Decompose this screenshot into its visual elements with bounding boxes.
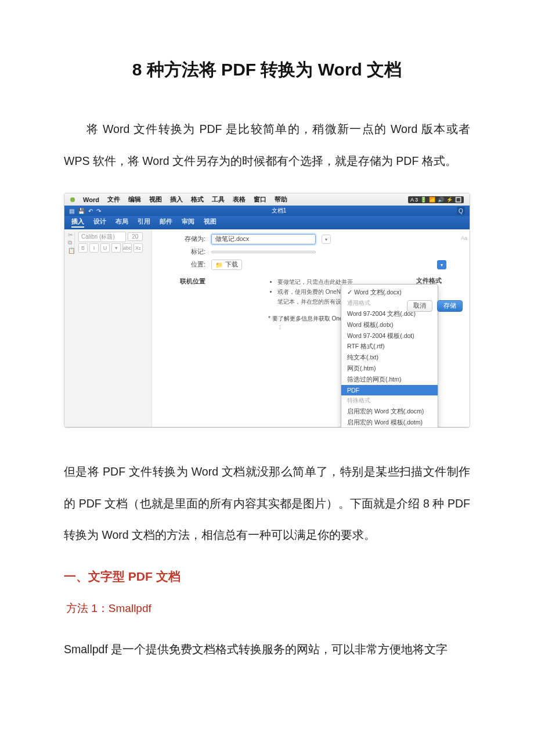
dd-dot[interactable]: Word 97-2004 模板(.dot) <box>341 330 438 341</box>
label-tags: 标记: <box>175 248 205 256</box>
save-icon[interactable]: 💾 <box>78 208 85 214</box>
page-title: 8 种方法将 PDF 转换为 Word 文档 <box>64 58 470 82</box>
mac-menu-bar: Word 文件 编辑 视图 插入 格式 工具 表格 窗口 帮助 A 3 🔋 📶 … <box>64 193 470 206</box>
save-as-input[interactable]: 做笔记.docx <box>211 234 316 244</box>
dd-htm-filtered[interactable]: 筛选过的网页(.htm) <box>341 374 438 385</box>
paragraph-1: 将 Word 文件转换为 PDF 是比较简单的，稍微新一点的 Word 版本或者… <box>64 113 470 177</box>
volume-icon: 🔊 <box>438 197 444 203</box>
tags-input[interactable] <box>211 251 316 253</box>
save-button[interactable]: 存储 <box>437 300 463 312</box>
location-select-icon[interactable]: ▾ <box>437 260 446 269</box>
ribbon-tabs: 插入 设计 布局 引用 邮件 审阅 视图 <box>64 216 470 229</box>
menu-tools[interactable]: 工具 <box>212 195 225 204</box>
online-location-heading[interactable]: 联机位置 <box>175 277 268 332</box>
dd-dotx[interactable]: Word 模板(.dotx) <box>341 319 438 330</box>
wifi-icon: 📶 <box>429 197 435 203</box>
tab-review[interactable]: 审阅 <box>182 218 194 228</box>
font-name[interactable]: Calibri (标题) <box>78 232 126 242</box>
menu-view[interactable]: 视图 <box>149 195 162 204</box>
menu-window[interactable]: 窗口 <box>254 195 266 204</box>
location-folder[interactable]: 📁 下载 <box>211 260 242 270</box>
menu-edit[interactable]: 编辑 <box>128 195 141 204</box>
menu-app-name: Word <box>83 196 99 203</box>
tray-badge: A 3 <box>410 197 418 203</box>
dd-dotm[interactable]: 启用宏的 Word 模板(.dotm) <box>341 417 438 428</box>
italic-button[interactable]: I <box>89 243 99 253</box>
menu-help[interactable]: 帮助 <box>275 195 287 204</box>
subscript-button[interactable]: X₂ <box>134 243 143 253</box>
tab-references[interactable]: 引用 <box>138 218 150 228</box>
font-size[interactable]: 20 <box>128 232 143 241</box>
word-title-bar: ▤ 💾 ↶ ↷ 文档1 Q <box>64 206 470 216</box>
folder-icon: 📁 <box>215 261 223 269</box>
dd-cat-special: 特殊格式 <box>341 395 438 406</box>
power-icon: ⚡ <box>446 197 453 203</box>
label-location: 位置: <box>175 261 205 269</box>
tab-mailings[interactable]: 邮件 <box>160 218 172 228</box>
cut-icon[interactable]: ✂ <box>68 232 71 238</box>
menu-file[interactable]: 文件 <box>107 195 120 204</box>
dd-rtf[interactable]: RTF 格式(.rtf) <box>341 341 438 352</box>
bold-button[interactable]: B <box>78 243 88 253</box>
paragraph-3: Smallpdf 是一个提供免费文档格式转换服务的网站，可以非常方便地将文字 <box>64 633 470 665</box>
menu-table[interactable]: 表格 <box>233 195 246 204</box>
paragraph-2: 但是将 PDF 文件转换为 Word 文档就没那么简单了，特别是某些扫描文件制作… <box>64 456 470 551</box>
dd-htm[interactable]: 网页(.htm) <box>341 363 438 374</box>
strike-button[interactable]: abc <box>122 243 132 253</box>
tab-insert[interactable]: 插入 <box>71 218 84 228</box>
tab-layout[interactable]: 布局 <box>116 218 128 228</box>
dd-current[interactable]: Word 文档(.docx) <box>341 287 438 298</box>
font-more-button[interactable]: ▾ <box>111 243 121 253</box>
dd-txt[interactable]: 纯文本(.txt) <box>341 352 438 363</box>
doc-icon: ▤ <box>69 208 74 214</box>
dd-docm[interactable]: 启用宏的 Word 文档(.docm) <box>341 406 438 417</box>
ribbon-home-controls: ✂ ⧉ 📋 Calibri (标题) 20 B I U ▾ abc X₂ <box>64 229 151 427</box>
menubar-end-icon: 🔳 <box>455 197 461 203</box>
section-heading-1: 一、文字型 PDF 文档 <box>64 568 470 585</box>
battery-icon: 🔋 <box>420 197 427 203</box>
method-heading-1: 方法 1：Smallpdf <box>66 601 470 616</box>
paste-icon[interactable]: 📋 <box>68 247 71 254</box>
location-value: 下载 <box>225 261 238 269</box>
menu-insert[interactable]: 插入 <box>170 195 183 204</box>
dd-pdf-selected[interactable]: PDF <box>341 385 438 396</box>
apple-icon <box>70 197 75 202</box>
document-title: 文档1 <box>101 207 457 215</box>
word-search-icon[interactable]: Q <box>457 207 465 215</box>
label-save-as: 存储为: <box>175 235 205 243</box>
undo-icon[interactable]: ↶ <box>88 208 93 214</box>
menu-tray: A 3 🔋 📶 🔊 ⚡ 🔳 <box>408 196 464 203</box>
tab-view2[interactable]: 视图 <box>204 218 217 228</box>
cancel-button[interactable]: 取消 <box>407 300 432 312</box>
copy-icon[interactable]: ⧉ <box>68 239 71 246</box>
tab-design[interactable]: 设计 <box>93 218 106 228</box>
underline-button[interactable]: U <box>100 243 110 253</box>
expand-icon[interactable]: ▾ <box>322 235 331 244</box>
word-save-screenshot: Word 文件 编辑 视图 插入 格式 工具 表格 窗口 帮助 A 3 🔋 📶 … <box>64 193 470 428</box>
menu-format[interactable]: 格式 <box>191 195 204 204</box>
ribbon-right-hint: Aa <box>461 235 467 241</box>
redo-icon[interactable]: ↷ <box>96 208 101 214</box>
